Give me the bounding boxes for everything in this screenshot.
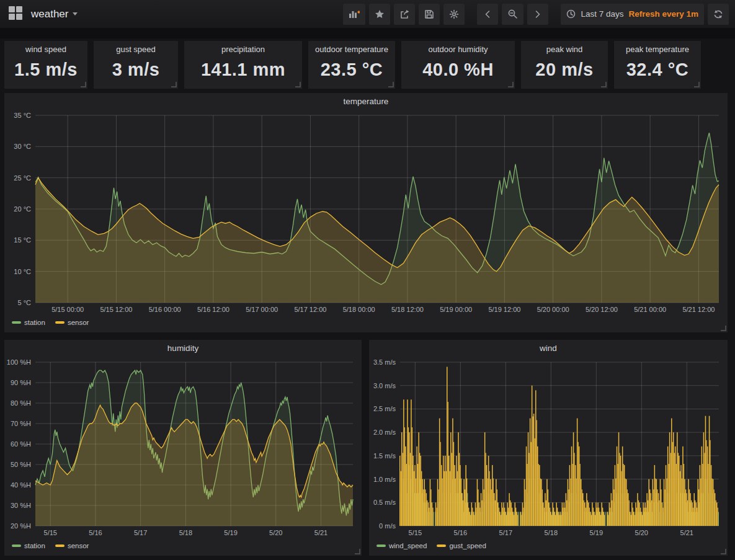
panel-resize-handle[interactable] xyxy=(694,82,700,87)
svg-text:20 °C: 20 °C xyxy=(14,205,31,213)
clock-icon xyxy=(566,9,576,19)
legend-swatch xyxy=(55,321,65,324)
stat-title[interactable]: peak wind xyxy=(546,45,583,54)
time-back-button[interactable] xyxy=(477,4,498,25)
humidity-panel: humidity 20 %H30 %H40 %H50 %H60 %H70 %H8… xyxy=(4,340,362,556)
wind-graph[interactable]: 0 m/s0.5 m/s1.0 m/s1.5 m/s2.0 m/s2.5 m/s… xyxy=(369,356,728,538)
star-button[interactable] xyxy=(369,4,390,25)
temperature-panel: temperature 5 °C10 °C15 °C20 °C25 °C30 °… xyxy=(4,93,728,332)
gear-icon xyxy=(449,9,459,19)
svg-text:20 %H: 20 %H xyxy=(11,522,31,530)
temperature-graph[interactable]: 5 °C10 °C15 °C20 °C25 °C30 °C35 °C5/15 0… xyxy=(4,109,728,315)
svg-text:5/19 00:00: 5/19 00:00 xyxy=(440,306,472,313)
settings-button[interactable] xyxy=(443,4,465,25)
svg-text:3.5 m/s: 3.5 m/s xyxy=(373,358,396,366)
stat-title[interactable]: peak temperature xyxy=(626,45,689,54)
stat-value: 141.1 mm xyxy=(201,60,285,80)
legend-item-sensor[interactable]: sensor xyxy=(55,542,89,549)
svg-text:35 °C: 35 °C xyxy=(14,112,31,119)
navbar: weather xyxy=(0,0,735,28)
save-button[interactable] xyxy=(419,4,440,25)
zoom-out-button[interactable] xyxy=(502,4,523,25)
panel-resize-handle[interactable] xyxy=(355,549,360,554)
panel-resize-handle[interactable] xyxy=(721,549,726,554)
svg-text:5/21 12:00: 5/21 12:00 xyxy=(682,306,715,313)
legend-label: wind_speed xyxy=(389,542,427,549)
svg-text:5/21: 5/21 xyxy=(314,529,327,536)
refresh-icon xyxy=(713,9,723,19)
svg-text:5/18 00:00: 5/18 00:00 xyxy=(343,306,375,313)
panel-resize-handle[interactable] xyxy=(721,326,726,331)
svg-text:5/21 00:00: 5/21 00:00 xyxy=(634,306,666,313)
stat-title[interactable]: gust speed xyxy=(116,45,156,54)
refresh-button[interactable] xyxy=(708,4,729,25)
stat-title[interactable]: wind speed xyxy=(25,45,66,54)
svg-text:2.5 m/s: 2.5 m/s xyxy=(373,405,396,412)
chevron-right-icon xyxy=(534,10,541,19)
stat-panel-gust-speed: gust speed 3 m/s xyxy=(94,41,178,89)
legend-label: gust_speed xyxy=(449,542,486,549)
panel-resize-handle[interactable] xyxy=(171,82,177,87)
svg-text:5/16 12:00: 5/16 12:00 xyxy=(197,306,229,313)
legend-swatch xyxy=(437,544,446,547)
panel-resize-handle[interactable] xyxy=(508,82,514,87)
legend-label: sensor xyxy=(68,542,89,549)
svg-text:5/17: 5/17 xyxy=(134,529,147,536)
temperature-legend: stationsensor xyxy=(4,315,728,330)
stat-value: 23.5 °C xyxy=(321,60,383,80)
svg-text:5/20: 5/20 xyxy=(635,529,648,536)
panel-resize-handle[interactable] xyxy=(295,82,301,87)
wind-panel-title[interactable]: wind xyxy=(369,340,728,356)
svg-text:25 °C: 25 °C xyxy=(14,174,31,182)
time-forward-button[interactable] xyxy=(527,4,548,25)
legend-item-sensor[interactable]: sensor xyxy=(55,319,89,326)
svg-text:5/19: 5/19 xyxy=(224,529,237,536)
svg-text:5/16: 5/16 xyxy=(89,529,102,536)
legend-swatch xyxy=(376,544,386,547)
svg-text:10 °C: 10 °C xyxy=(14,268,31,275)
svg-text:30 %H: 30 %H xyxy=(11,502,31,509)
svg-text:5/20 12:00: 5/20 12:00 xyxy=(586,306,618,313)
svg-text:5/17 00:00: 5/17 00:00 xyxy=(246,306,278,313)
legend-item-gust_speed[interactable]: gust_speed xyxy=(437,542,486,549)
svg-text:5 °C: 5 °C xyxy=(17,299,31,306)
svg-text:50 %H: 50 %H xyxy=(11,461,31,468)
svg-text:5/15 00:00: 5/15 00:00 xyxy=(51,306,84,313)
temperature-panel-title[interactable]: temperature xyxy=(4,93,728,109)
legend-item-station[interactable]: station xyxy=(12,319,45,326)
humidity-legend: stationsensor xyxy=(4,538,362,553)
stat-panel-outdoor-temperature: outdoor temperature 23.5 °C xyxy=(308,41,395,89)
share-button[interactable] xyxy=(394,4,415,25)
add-panel-button[interactable] xyxy=(343,4,365,25)
svg-text:5/15 12:00: 5/15 12:00 xyxy=(100,306,132,313)
star-icon xyxy=(375,9,385,19)
dashboard-title: weather xyxy=(31,8,68,20)
stat-panel-peak-wind: peak wind 20 m/s xyxy=(521,41,608,89)
panel-resize-handle[interactable] xyxy=(388,82,394,87)
dashboard-title-dropdown[interactable]: weather xyxy=(31,8,78,20)
svg-text:0 m/s: 0 m/s xyxy=(379,522,396,530)
stat-title[interactable]: outdoor humidity xyxy=(428,45,488,54)
humidity-graph[interactable]: 20 %H30 %H40 %H50 %H60 %H70 %H80 %H90 %H… xyxy=(4,356,362,538)
stat-value: 20 m/s xyxy=(535,60,593,80)
panel-resize-handle[interactable] xyxy=(601,82,607,87)
legend-item-station[interactable]: station xyxy=(12,542,45,549)
humidity-panel-title[interactable]: humidity xyxy=(4,340,362,356)
svg-text:1.5 m/s: 1.5 m/s xyxy=(373,452,396,460)
legend-item-wind_speed[interactable]: wind_speed xyxy=(376,542,427,549)
panel-resize-handle[interactable] xyxy=(81,82,86,87)
svg-text:5/19 12:00: 5/19 12:00 xyxy=(488,306,520,313)
stat-title[interactable]: precipitation xyxy=(221,45,265,54)
legend-swatch xyxy=(12,321,21,324)
svg-text:40 %H: 40 %H xyxy=(11,481,31,489)
svg-text:100 %H: 100 %H xyxy=(7,358,31,366)
save-icon xyxy=(424,9,434,19)
refresh-interval-label: Refresh every 1m xyxy=(628,9,698,19)
time-picker-button[interactable]: Last 7 days Refresh every 1m xyxy=(561,4,704,25)
grafana-logo[interactable] xyxy=(9,6,25,22)
svg-text:3.0 m/s: 3.0 m/s xyxy=(373,382,396,389)
stat-title[interactable]: outdoor temperature xyxy=(315,45,388,54)
svg-text:5/19: 5/19 xyxy=(590,529,603,536)
svg-text:5/20: 5/20 xyxy=(269,529,282,536)
svg-text:5/16: 5/16 xyxy=(454,529,467,536)
